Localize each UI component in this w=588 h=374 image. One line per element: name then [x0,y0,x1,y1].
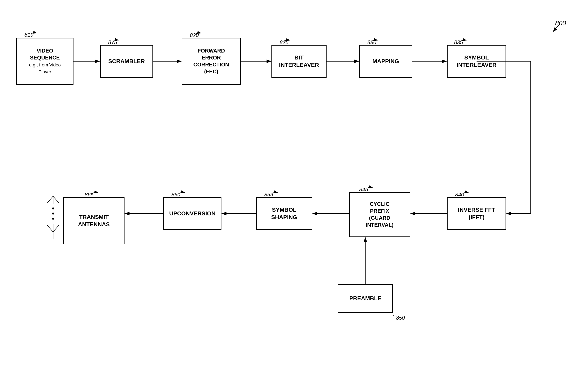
block-scrambler: SCRAMBLER [100,45,153,78]
block-inverse-fft: INVERSE FFT(IFFT) [447,197,506,230]
block-preamble: PREAMBLE [338,284,393,313]
block-inverse-fft-text: INVERSE FFT(IFFT) [458,206,495,221]
block-cyclic-prefix-text: CYCLICPREFIX(GUARDINTERVAL) [366,201,393,228]
block-cyclic-prefix: CYCLICPREFIX(GUARDINTERVAL) [349,192,410,237]
ref-860: 860 [171,191,180,198]
block-mapping-text: MAPPING [372,58,399,65]
block-symbol-shaping: SYMBOLSHAPING [256,197,312,230]
block-symbol-interleaver-text: SYMBOLINTERLEAVER [457,54,497,69]
figure-label: 800 [555,19,566,27]
ref-835: 835 [454,39,463,45]
block-transmit-antennas-text: TRANSMITANTENNAS [78,213,110,228]
block-mapping: MAPPING [359,45,412,78]
block-transmit-antennas: TRANSMITANTENNAS [63,197,125,244]
ref-850: 850 [396,315,405,321]
svg-line-2 [53,196,59,203]
block-preamble-text: PREAMBLE [349,295,381,302]
antenna-symbol [41,192,65,249]
svg-line-8 [53,225,59,232]
block-fec-text: FORWARDERRORCORRECTION(FEC) [193,47,229,75]
block-video-sequence-text: VIDEOSEQUENCEe.g., from VideoPlayer [29,47,61,75]
block-video-sequence: VIDEOSEQUENCEe.g., from VideoPlayer [16,38,74,85]
ref-865: 865 [85,191,94,198]
svg-line-7 [47,225,53,232]
block-bit-interleaver: BITINTERLEAVER [272,45,326,78]
ref-825: 825 [280,39,288,45]
ref-810: 810 [24,32,33,38]
ref-840: 840 [455,191,464,198]
ref-845: 845 [359,186,368,193]
block-symbol-shaping-text: SYMBOLSHAPING [271,206,297,221]
block-symbol-interleaver: SYMBOLINTERLEAVER [447,45,506,78]
block-bit-interleaver-text: BITINTERLEAVER [279,54,319,69]
svg-line-1 [47,196,53,203]
block-fec: FORWARDERRORCORRECTION(FEC) [182,38,241,85]
ref-855: 855 [264,191,273,198]
block-upconversion: UPCONVERSION [163,197,221,230]
ref-830: 830 [367,39,376,45]
diagram-container: 800 VIDEOSEQUENCEe.g., from VideoPlayer … [0,0,588,374]
block-scrambler-text: SCRAMBLER [108,58,145,65]
ref-815: 815 [108,39,117,45]
block-upconversion-text: UPCONVERSION [169,210,216,217]
ref-820: 820 [190,32,199,38]
